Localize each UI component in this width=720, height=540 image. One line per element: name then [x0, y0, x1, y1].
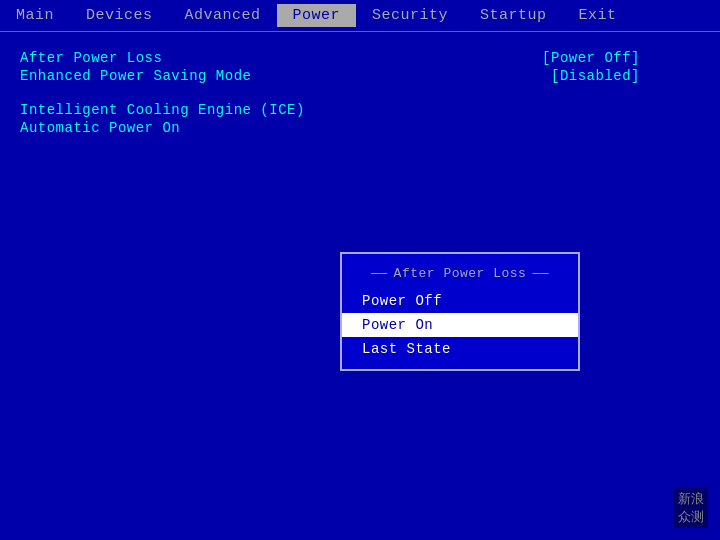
dropdown-item-last-state[interactable]: Last State [342, 337, 578, 361]
dropdown-title: After Power Loss [342, 262, 578, 289]
bios-screen: Main Devices Advanced Power Security Sta… [0, 0, 720, 540]
automatic-power-on-label: Automatic Power On [20, 120, 180, 136]
menu-item-exit[interactable]: Exit [563, 4, 633, 27]
after-power-loss-value: [Power Off] [542, 50, 640, 66]
menu-item-advanced[interactable]: Advanced [169, 4, 277, 27]
dropdown-item-power-on[interactable]: Power On [342, 313, 578, 337]
menu-bar: Main Devices Advanced Power Security Sta… [0, 0, 720, 32]
content-area: After Power Loss [Power Off] Enhanced Po… [0, 32, 720, 156]
menu-item-main[interactable]: Main [0, 4, 70, 27]
after-power-loss-row: After Power Loss [Power Off] [20, 50, 700, 66]
watermark: 新浪众测 [674, 488, 708, 528]
menu-item-startup[interactable]: Startup [464, 4, 563, 27]
enhanced-power-saving-value: [Disabled] [551, 68, 640, 84]
after-power-loss-label: After Power Loss [20, 50, 162, 66]
automatic-power-on-row: Automatic Power On [20, 120, 700, 136]
enhanced-power-saving-row: Enhanced Power Saving Mode [Disabled] [20, 68, 700, 84]
cursor-icon [446, 319, 456, 333]
ice-row: Intelligent Cooling Engine (ICE) [20, 102, 700, 118]
menu-item-power[interactable]: Power [277, 4, 357, 27]
enhanced-power-saving-label: Enhanced Power Saving Mode [20, 68, 251, 84]
dropdown-item-power-off[interactable]: Power Off [342, 289, 578, 313]
menu-item-security[interactable]: Security [356, 4, 464, 27]
ice-label: Intelligent Cooling Engine (ICE) [20, 102, 305, 118]
menu-item-devices[interactable]: Devices [70, 4, 169, 27]
after-power-loss-dropdown[interactable]: After Power Loss Power Off Power On Last… [340, 252, 580, 371]
